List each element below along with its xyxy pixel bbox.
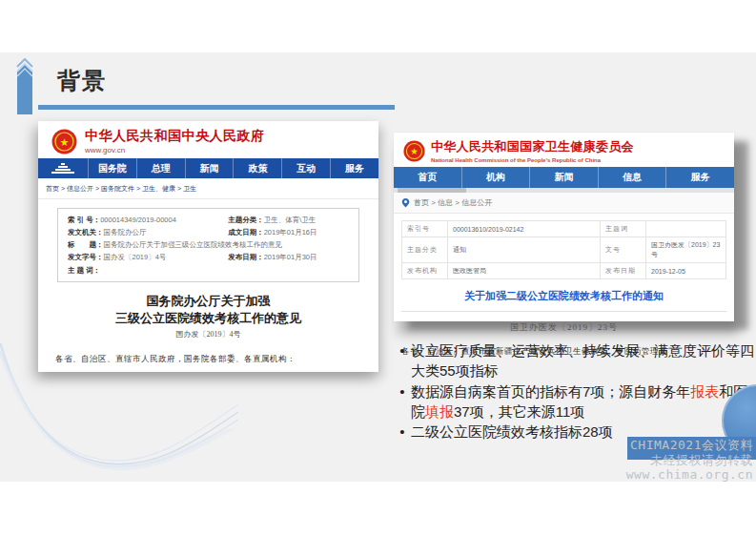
title-ribbon-icon xyxy=(15,58,34,114)
bullet-marker: • xyxy=(394,381,411,422)
meta-publish-date: 发布日期：2019年01月30日 xyxy=(228,253,349,262)
nhc-doc-number: 国卫办医发〔2019〕23号 xyxy=(394,321,734,334)
meta-value: 000014349/2019-00004 xyxy=(100,216,176,224)
gov-nav-item-hudong[interactable]: 互动 xyxy=(281,158,330,178)
meta-keywords: 主 题 词： xyxy=(68,266,349,276)
bullet-segment-highlight: 填报 xyxy=(425,403,454,420)
gov-doc-number: 国办发〔2019〕4号 xyxy=(38,329,378,340)
nhc-nav-item-news[interactable]: 新闻 xyxy=(529,167,598,188)
gov-nav-home[interactable] xyxy=(38,158,88,178)
meta-written-date: 成文日期：2019年01月16日 xyxy=(228,228,349,237)
table-cell-value: 000013610/2019-02142 xyxy=(448,221,601,237)
bullet-text: 设立医疗质量、运营效率、持续发展、满意度评价等四大类55项指标 xyxy=(411,340,756,381)
meta-label: 索 引 号： xyxy=(68,216,100,224)
table-cell-label: 主题词 xyxy=(601,221,646,237)
gov-nav-item-zongli[interactable]: 总理 xyxy=(136,158,185,178)
meta-value: 国务院办公厅 xyxy=(104,228,147,237)
table-cell-label: 主题分类 xyxy=(402,237,448,263)
slide-page: 背景 ★ 中华人民共和国中央人民政府 www.gov.cn xyxy=(0,0,756,535)
page-title: 背景 xyxy=(57,66,107,96)
meta-issuing-org: 发文机关：国务院办公厅 xyxy=(68,228,228,237)
gov-document: 国务院办公厅关于加强 三级公立医院绩效考核工作的意见 国办发〔2019〕4号 xyxy=(38,293,378,340)
gov-nav-item-guowuyuan[interactable]: 国务院 xyxy=(88,158,136,178)
bullet-segment: 二级公立医院绩效考核指标28项 xyxy=(411,423,613,440)
table-cell-value: 国卫办医发〔2019〕23号 xyxy=(646,237,726,263)
table-row: 主题分类 通知 文号 国卫办医发〔2019〕23号 xyxy=(402,237,726,263)
gov-doc-title-line2: 三级公立医院绩效考核工作的意见 xyxy=(38,310,378,327)
bullet-segment: 数据源自病案首页的指标有7项；源自财务年 xyxy=(411,383,690,400)
nhc-site-title-en: National Health Commission of the People… xyxy=(431,157,634,163)
nhc-nav-item-org[interactable]: 机构 xyxy=(461,167,530,188)
gov-breadcrumb[interactable]: 首页 > 信息公开 > 国务院文件 > 卫生、健康 > 卫生 xyxy=(38,178,378,199)
meta-topic-class: 主题分类：卫生、体育\卫生 xyxy=(228,216,349,225)
gov-site-title: 中华人民共和国中央人民政府 xyxy=(85,128,265,145)
gov-meta-table: 索 引 号：000014349/2019-00004 主题分类：卫生、体育\卫生… xyxy=(57,208,359,282)
gov-doc-title-line1: 国务院办公厅关于加强 xyxy=(38,293,378,310)
meta-value: 2019年01月30日 xyxy=(264,253,317,261)
meta-label: 主 题 词： xyxy=(68,266,100,275)
tiananmen-icon xyxy=(51,162,75,175)
watermark-line: www.chima.org.cn xyxy=(626,467,753,483)
gov-website-screenshot: ★ 中华人民共和国中央人民政府 www.gov.cn 国务院 总理 新闻 政策 … xyxy=(38,121,378,372)
bullet-segment: 设立医疗质量、运营效率、持续发展、满意度评价等四大类55项指标 xyxy=(411,342,754,379)
nhc-nav-bar: 首页 机构 新闻 信息 服务 xyxy=(394,167,734,188)
gov-header: ★ 中华人民共和国中央人民政府 www.gov.cn xyxy=(38,121,378,158)
list-item: • 设立医疗质量、运营效率、持续发展、满意度评价等四大类55项指标 xyxy=(394,340,756,381)
meta-index-number: 索 引 号：000014349/2019-00004 xyxy=(68,216,228,225)
meta-value: 国务院办公厅关于加强三级公立医院绩效考核工作的意见 xyxy=(104,240,283,249)
nhc-doc-title-link[interactable]: 关于加强二级公立医院绩效考核工作的通知 xyxy=(401,279,726,312)
table-cell-label: 发布机构 xyxy=(402,263,448,279)
table-cell-label: 文号 xyxy=(601,237,646,263)
meta-value: 国办发〔2019〕4号 xyxy=(104,253,167,261)
table-cell-value xyxy=(646,221,726,237)
nhc-website-screenshot: ★ 中华人民共和国国家卫生健康委员会 National Health Commi… xyxy=(394,133,734,321)
bullet-list: • 设立医疗质量、运营效率、持续发展、满意度评价等四大类55项指标 • 数据源自… xyxy=(394,340,756,442)
table-cell-label: 发布日期 xyxy=(601,263,646,279)
bullet-segment: 37项，其它来源11项 xyxy=(454,403,584,420)
table-row: 发布机构 医政医管局 发布日期 2019-12-05 xyxy=(402,263,726,279)
watermark: CHIMA2021会议资料 未经授权请勿转载 www.chima.org.cn xyxy=(626,438,753,483)
nhc-site-title: 中华人民共和国国家卫生健康委员会 xyxy=(431,138,634,155)
nhc-meta-table: 索引号 000013610/2019-02142 主题词 主题分类 通知 文号 … xyxy=(401,220,726,279)
nhc-nav-item-home[interactable]: 首页 xyxy=(394,167,461,188)
gov-nav-bar: 国务院 总理 新闻 政策 互动 服务 xyxy=(38,158,378,178)
bullet-marker: • xyxy=(394,422,411,442)
nhc-nav-item-service[interactable]: 服务 xyxy=(665,167,734,188)
meta-title: 标 题：国务院办公厅关于加强三级公立医院绩效考核工作的意见 xyxy=(68,240,349,250)
meta-value: 卫生、体育\卫生 xyxy=(264,216,317,224)
national-emblem-icon: ★ xyxy=(403,140,425,162)
table-cell-value: 2019-12-05 xyxy=(646,263,726,279)
bullet-marker: • xyxy=(394,340,411,381)
bullet-text: 数据源自病案首页的指标有7项；源自财务年报表和医院填报37项，其它来源11项 xyxy=(411,381,756,422)
nhc-breadcrumb-text: 首页 > 信息 > 信息公开 xyxy=(414,197,492,208)
horizontal-scrollbar[interactable] xyxy=(394,188,734,193)
location-pin-icon xyxy=(401,197,410,208)
meta-doc-number: 发文字号：国办发〔2019〕4号 xyxy=(68,253,228,262)
table-cell-label: 索引号 xyxy=(402,221,448,237)
svg-text:★: ★ xyxy=(60,136,70,148)
scrollbar-thumb[interactable] xyxy=(398,188,466,193)
meta-label: 发文机关： xyxy=(68,228,104,237)
list-item: • 数据源自病案首页的指标有7项；源自财务年报表和医院填报37项，其它来源11项 xyxy=(394,381,756,422)
meta-label: 成文日期： xyxy=(228,228,264,237)
title-underline xyxy=(38,105,395,110)
meta-value: 2019年01月16日 xyxy=(264,228,317,237)
gov-nav-item-xinwen[interactable]: 新闻 xyxy=(185,158,234,178)
nhc-breadcrumb[interactable]: 首页 > 信息 > 信息公开 xyxy=(394,193,734,214)
meta-label: 主题分类： xyxy=(228,216,264,224)
gov-nav-item-zhengce[interactable]: 政策 xyxy=(233,158,281,178)
watermark-line: 未经授权请勿转载 xyxy=(626,453,753,468)
watermark-line: CHIMA2021会议资料 xyxy=(626,438,753,453)
gov-doc-salutation: 各省、自治区、直辖市人民政府，国务院各部委、各直属机构： xyxy=(55,354,361,365)
svg-text:★: ★ xyxy=(410,147,418,156)
bullet-segment-highlight: 报表 xyxy=(690,383,719,400)
gov-site-url: www.gov.cn xyxy=(85,146,265,154)
nhc-header: ★ 中华人民共和国国家卫生健康委员会 National Health Commi… xyxy=(394,133,734,167)
gov-nav-item-fuwu[interactable]: 服务 xyxy=(330,158,378,178)
meta-label: 发布日期： xyxy=(228,253,264,261)
meta-label: 标 题： xyxy=(68,240,104,249)
table-cell-value: 医政医管局 xyxy=(448,263,601,279)
table-cell-value: 通知 xyxy=(448,237,601,263)
table-row: 索引号 000013610/2019-02142 主题词 xyxy=(402,221,726,237)
nhc-nav-item-info[interactable]: 信息 xyxy=(598,167,666,188)
